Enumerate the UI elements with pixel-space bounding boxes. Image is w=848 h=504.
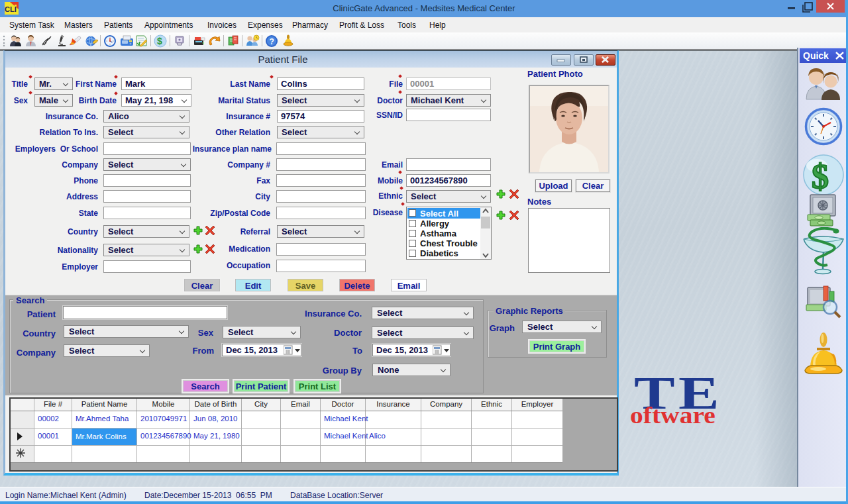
- svg-text:$: $: [157, 36, 162, 46]
- svg-text:?: ?: [270, 37, 274, 46]
- svg-text:$: $: [812, 158, 829, 195]
